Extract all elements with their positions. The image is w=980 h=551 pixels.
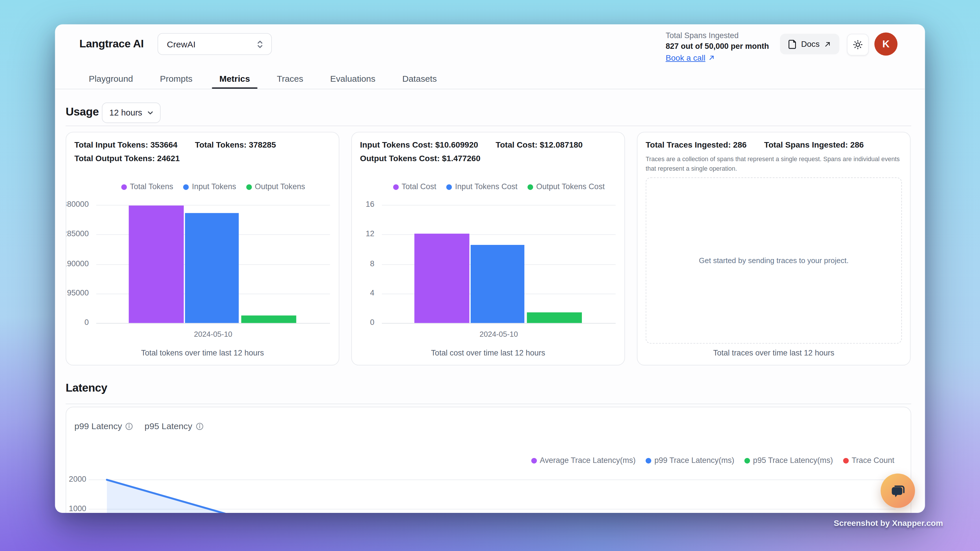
time-range-select[interactable]: 12 hours xyxy=(102,103,160,123)
tab-evaluations[interactable]: Evaluations xyxy=(330,68,375,89)
legend-label: Total Cost xyxy=(402,183,436,191)
project-selector[interactable]: CrewAI xyxy=(158,33,272,55)
desktop-background: Langtrace AI CrewAI Total Spans Ingested… xyxy=(0,0,980,551)
legend-label: Average Trace Latency(ms) xyxy=(540,456,636,465)
project-selector-value: CrewAI xyxy=(167,39,256,49)
latency-divider xyxy=(65,403,911,404)
y-axis-tick-190000: 190000 xyxy=(65,259,89,268)
total-input-tokens-stat: Total Input Tokens: 353664 xyxy=(74,140,177,149)
chart-legend: Total CostInput Tokens CostOutput Tokens… xyxy=(382,183,616,191)
y-axis-tick-8: 8 xyxy=(351,259,374,268)
legend-dot xyxy=(446,184,452,189)
latency-y-tick-1000: 1000 xyxy=(60,504,86,513)
usage-divider xyxy=(65,125,911,126)
x-axis-label: 2024-05-10 xyxy=(382,330,616,338)
chevron-up-down-icon xyxy=(256,39,264,49)
traces-description: Traces are a collection of spans that re… xyxy=(646,155,903,173)
app-window: Langtrace AI CrewAI Total Spans Ingested… xyxy=(55,24,925,513)
plot xyxy=(382,200,616,323)
chart-caption: Total tokens over time last 12 hours xyxy=(66,349,339,357)
cost-stats-row2: Output Tokens Cost: $1.477260 xyxy=(360,154,480,163)
legend-item-average-trace-latency-ms: Average Trace Latency(ms) xyxy=(531,456,636,465)
latency-y-tick-2000: 2000 xyxy=(60,475,86,483)
info-icon[interactable] xyxy=(125,422,133,430)
cost-card: Input Tokens Cost: $10.609920 Total Cost… xyxy=(351,132,625,365)
legend-dot xyxy=(183,184,189,189)
time-range-value: 12 hours xyxy=(110,108,142,117)
tokens-card: Total Input Tokens: 353664 Total Tokens:… xyxy=(65,132,339,365)
tab-traces[interactable]: Traces xyxy=(277,68,303,89)
legend-item-total-cost: Total Cost xyxy=(393,183,437,191)
bar-total-tokens xyxy=(129,206,184,323)
gridline-0 xyxy=(96,323,330,324)
legend-label: p95 Trace Latency(ms) xyxy=(753,456,833,465)
x-axis-label: 2024-05-10 xyxy=(96,330,330,338)
p95-latency-label: p95 Latency xyxy=(145,421,192,431)
usage-section-title: Usage xyxy=(65,106,99,119)
chart-caption: Total cost over time last 12 hours xyxy=(352,349,624,357)
main-nav: Playground Prompts Metrics Traces Evalua… xyxy=(89,68,437,89)
tab-metrics[interactable]: Metrics xyxy=(219,68,250,89)
bar-output-tokens xyxy=(241,315,296,323)
legend-dot xyxy=(531,458,536,463)
output-tokens-cost-stat: Output Tokens Cost: $1.477260 xyxy=(360,154,480,163)
external-link-arrow-icon xyxy=(824,40,832,48)
tab-prompts[interactable]: Prompts xyxy=(160,68,192,89)
plot xyxy=(96,200,330,323)
user-avatar[interactable]: K xyxy=(874,32,897,56)
legend-label: Input Tokens Cost xyxy=(455,183,517,191)
document-icon xyxy=(788,39,797,49)
latency-card: p99 Latency p95 Latency xyxy=(65,407,911,513)
legend-item-output-tokens: Output Tokens xyxy=(246,183,305,191)
legend-item-total-tokens: Total Tokens xyxy=(121,183,173,191)
legend-item-p95-trace-latency-ms: p95 Trace Latency(ms) xyxy=(744,456,833,465)
y-axis-tick-4: 4 xyxy=(351,289,374,297)
y-axis-tick-380000: 380000 xyxy=(65,200,89,208)
legend-label: Trace Count xyxy=(852,456,894,465)
chart-legend: Total TokensInput TokensOutput Tokens xyxy=(96,183,330,191)
p99-latency-label: p99 Latency xyxy=(74,421,122,431)
total-spans-ingested-stat: Total Spans Ingested: 286 xyxy=(764,140,864,149)
legend-item-input-tokens: Input Tokens xyxy=(183,183,236,191)
docs-button-label: Docs xyxy=(801,39,820,49)
legend-label: Output Tokens xyxy=(255,183,305,191)
y-axis-tick-285000: 285000 xyxy=(65,229,89,238)
legend-dot xyxy=(528,184,533,189)
external-link-arrow-icon xyxy=(708,54,715,61)
y-axis-tick-0: 0 xyxy=(351,318,374,327)
legend-dot xyxy=(843,458,848,463)
legend-dot xyxy=(246,184,251,189)
header-divider xyxy=(55,89,925,89)
cost-stats-row1: Input Tokens Cost: $10.609920 Total Cost… xyxy=(360,140,583,149)
legend-dot xyxy=(121,184,127,189)
chart-caption: Total traces over time last 12 hours xyxy=(638,349,910,357)
legend-dot xyxy=(744,458,750,463)
traces-empty-message: Get started by sending traces to your pr… xyxy=(699,256,848,265)
p95-latency-label-group: p95 Latency xyxy=(145,421,204,431)
legend-label: Total Tokens xyxy=(130,183,173,191)
gridline-0 xyxy=(382,323,616,324)
bar-total-cost xyxy=(414,234,469,323)
bar-input-tokens xyxy=(185,213,239,323)
traces-card: Total Traces Ingested: 286 Total Spans I… xyxy=(637,132,911,365)
info-icon[interactable] xyxy=(195,422,204,430)
y-axis-tick-0: 0 xyxy=(65,318,89,327)
legend-label: p99 Trace Latency(ms) xyxy=(654,456,734,465)
tokens-stats-row2: Total Output Tokens: 24621 xyxy=(74,154,180,163)
tab-datasets[interactable]: Datasets xyxy=(402,68,437,89)
chat-bubbles-icon xyxy=(889,482,906,499)
p99-latency-label-group: p99 Latency xyxy=(74,421,133,431)
brand-logo: Langtrace AI xyxy=(80,38,144,51)
docs-button[interactable]: Docs xyxy=(780,34,840,54)
legend-dot xyxy=(393,184,398,189)
gridline-16 xyxy=(382,205,616,206)
book-a-call-link[interactable]: Book a call xyxy=(666,53,834,62)
legend-item-output-tokens-cost: Output Tokens Cost xyxy=(528,183,605,191)
theme-toggle-button[interactable] xyxy=(847,34,869,56)
y-axis-tick-16: 16 xyxy=(351,200,374,208)
chat-widget-button[interactable] xyxy=(881,473,915,508)
y-axis-tick-95000: 95000 xyxy=(65,289,89,297)
tab-playground[interactable]: Playground xyxy=(89,68,133,89)
latency-legend: Average Trace Latency(ms)p99 Trace Laten… xyxy=(531,456,894,465)
total-traces-ingested-stat: Total Traces Ingested: 286 xyxy=(646,140,747,149)
